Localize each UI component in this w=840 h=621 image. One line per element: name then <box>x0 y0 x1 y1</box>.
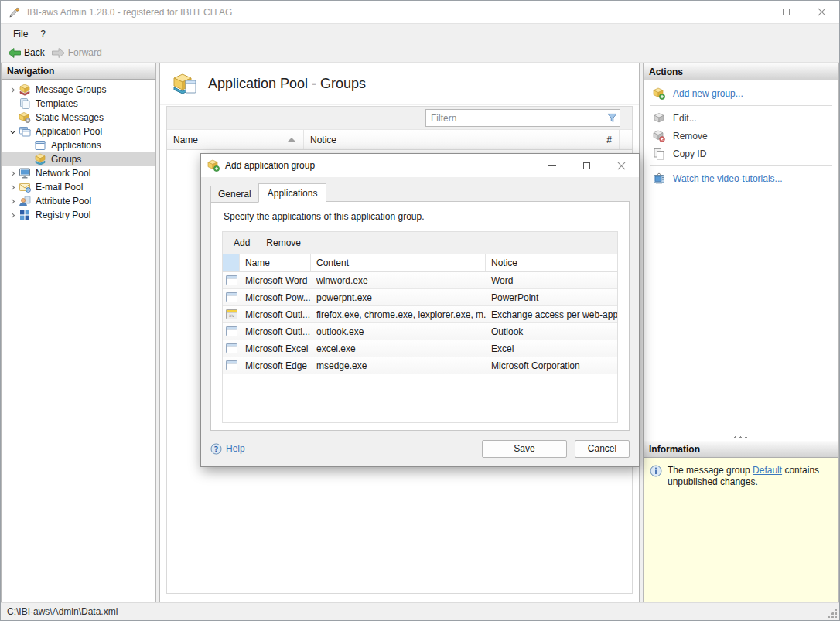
tree-item-icon <box>19 209 31 221</box>
close-button[interactable] <box>804 1 839 23</box>
default-group-link[interactable]: Default <box>753 465 782 476</box>
application-name: Microsoft Excel <box>240 340 311 357</box>
filter-input[interactable] <box>426 110 604 126</box>
resize-grip[interactable] <box>827 608 837 618</box>
tree-item[interactable]: Application Pool <box>2 125 155 138</box>
action-icon <box>653 148 665 160</box>
chevron-icon[interactable] <box>6 88 19 92</box>
dialog-tab[interactable]: General <box>210 186 258 203</box>
application-row[interactable]: Microsoft Edge msedge.exe Microsoft Corp… <box>223 357 617 374</box>
tree-item[interactable]: Applications <box>2 138 155 152</box>
minimize-icon <box>746 12 755 12</box>
chevron-icon[interactable] <box>6 200 19 203</box>
action-item[interactable]: Copy ID <box>644 145 838 162</box>
dialog-title-bar: Add application group <box>201 154 639 177</box>
cancel-button[interactable]: Cancel <box>575 440 630 458</box>
tree-item[interactable]: Network Pool <box>2 166 155 180</box>
column-header-notice[interactable]: Notice <box>304 130 599 149</box>
action-icon <box>653 172 665 185</box>
action-icon <box>653 112 665 125</box>
tree-item[interactable]: @ E-mail Pool <box>2 180 155 194</box>
dialog-maximize-button[interactable] <box>569 154 604 177</box>
nav-toolbar: Back Forward <box>1 43 839 63</box>
tree-item-label: Registry Pool <box>36 210 90 220</box>
maximize-button[interactable] <box>768 1 804 23</box>
chevron-icon[interactable] <box>6 186 19 189</box>
remove-button[interactable]: Remove <box>258 235 309 251</box>
application-notice: Outlook <box>486 323 617 340</box>
tree-item[interactable]: Registry Pool <box>2 208 155 222</box>
filter-bar <box>167 107 632 130</box>
application-content: powerpnt.exe <box>311 289 486 305</box>
tree-item-label: E-mail Pool <box>36 182 83 193</box>
applications-toolbar: Add Remove <box>223 232 617 254</box>
tree-item-label: Groups <box>51 154 81 165</box>
tree-item-label: Network Pool <box>36 168 90 179</box>
chevron-icon[interactable] <box>6 172 19 176</box>
action-item[interactable]: Remove <box>644 127 838 145</box>
dialog-close-button[interactable] <box>604 154 639 177</box>
sort-ascending-icon <box>288 138 295 142</box>
help-label: Help <box>226 443 245 454</box>
svg-text:@: @ <box>26 187 30 192</box>
application-content: firefox.exe, chrome.exe, iexplorer.exe, … <box>311 306 486 322</box>
navigation-header: Navigation <box>1 63 156 80</box>
panel-splitter[interactable] <box>644 433 838 441</box>
tree-item[interactable]: Groups <box>2 152 155 166</box>
application-row[interactable]: Microsoft Outl... outlook.exe Outlook <box>223 323 617 340</box>
application-row[interactable]: Microsoft Word winword.exe Word <box>223 272 617 289</box>
information-header: Information <box>644 441 838 458</box>
column-header-app-name[interactable]: Name <box>240 254 311 271</box>
dialog-footer: ? Help Save Cancel <box>210 437 630 460</box>
action-item[interactable]: Watch the video-tutorials... <box>644 169 838 187</box>
tree-item-icon <box>34 139 46 152</box>
application-window-icon <box>223 323 240 340</box>
back-button[interactable]: Back <box>5 46 50 60</box>
action-item[interactable]: Edit... <box>644 109 838 127</box>
data-file-path: C:\IBI-aws\Admin\Data.xml <box>7 606 118 617</box>
splitter-grip-icon <box>732 436 750 438</box>
app-logo-icon <box>9 6 21 19</box>
page-header: Application Pool - Groups <box>160 63 639 105</box>
tree-item[interactable]: Attribute Pool <box>2 194 155 208</box>
window-title: IBI-aws Admin 1.28.0 - registered for IB… <box>27 7 732 18</box>
chevron-icon[interactable] <box>6 213 19 217</box>
tree-item-label: Application Pool <box>36 126 102 137</box>
tree-item-icon <box>19 195 31 207</box>
tree-item-label: Attribute Pool <box>36 196 91 206</box>
column-header-app-notice[interactable]: Notice <box>486 254 617 271</box>
add-button[interactable]: Add <box>226 235 258 251</box>
tree-item[interactable]: Message Groups <box>2 83 155 97</box>
dialog-tab[interactable]: Applications <box>258 183 327 203</box>
application-row[interactable]: Microsoft Pow... powerpnt.exe PowerPoint <box>223 289 617 306</box>
svg-text:xv: xv <box>228 312 234 318</box>
menu-help[interactable]: ? <box>34 26 52 42</box>
application-row[interactable]: Microsoft Excel excel.exe Excel <box>223 340 617 357</box>
action-label: Add new group... <box>673 88 743 99</box>
tree-item[interactable]: Static Messages <box>2 111 155 125</box>
application-name: Microsoft Outl... <box>240 323 311 340</box>
filter-funnel-icon[interactable] <box>604 113 620 123</box>
title-bar: IBI-aws Admin 1.28.0 - registered for IB… <box>1 1 839 24</box>
dialog-instruction: Specify the applications of this applica… <box>224 211 425 222</box>
tree-item[interactable]: Templates <box>2 97 155 111</box>
application-window-icon <box>223 340 240 357</box>
chevron-icon[interactable] <box>6 131 19 133</box>
column-header-count[interactable]: # <box>599 130 620 149</box>
save-button[interactable]: Save <box>482 440 567 458</box>
application-row[interactable]: xv Microsoft Outl... firefox.exe, chrome… <box>223 306 617 323</box>
navigation-tree: Message Groups Templates Static Messages <box>1 80 156 602</box>
dialog-close-icon <box>617 162 626 170</box>
application-name: Microsoft Pow... <box>240 289 311 305</box>
minimize-button[interactable] <box>732 1 768 23</box>
column-header-name[interactable]: Name <box>167 130 304 149</box>
help-link[interactable]: ? Help <box>210 443 245 455</box>
action-item[interactable]: Add new group... <box>644 84 838 102</box>
right-panel: Actions Add new group... Edit... <box>643 63 839 602</box>
menu-file[interactable]: File <box>7 26 34 42</box>
app-window: IBI-aws Admin 1.28.0 - registered for IB… <box>0 0 840 621</box>
column-header-app-content[interactable]: Content <box>311 254 486 271</box>
tree-item-icon <box>34 153 46 165</box>
forward-button[interactable]: Forward <box>50 46 107 60</box>
dialog-minimize-button[interactable] <box>534 154 569 177</box>
